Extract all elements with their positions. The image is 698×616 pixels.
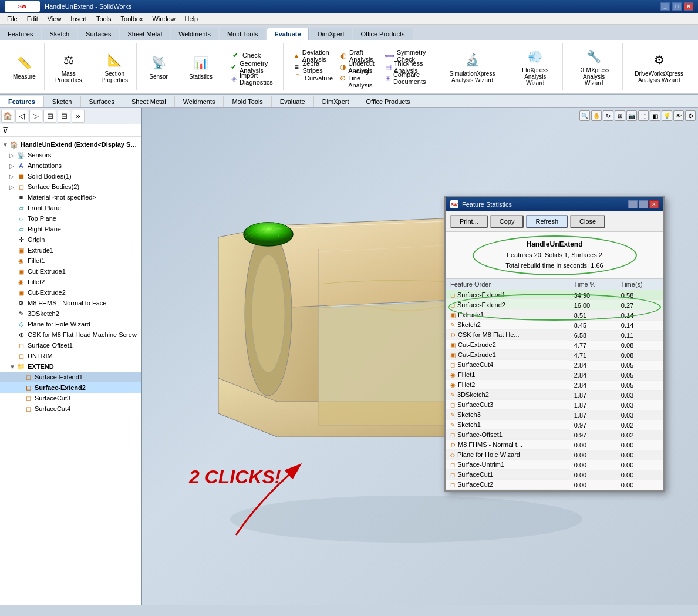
dfmxpress-button[interactable]: 🔧 DFMXpress Analysis Wizard (570, 46, 618, 87)
tab-sheet-metal[interactable]: Sheet Metal (120, 28, 170, 40)
tree-item-m8fhms[interactable]: ⚙ M8 FHMS - Normal to Face (0, 298, 141, 308)
table-row[interactable]: ◻Surface-Extend216.000.27 (446, 300, 663, 310)
mass-properties-button[interactable]: ⚖ MassProperties (52, 49, 86, 85)
tree-item-plane-hole[interactable]: ◇ Plane for Hole Wizard (0, 319, 141, 329)
section-properties-button[interactable]: 📐 SectionProperties (97, 49, 131, 85)
floxpress-button[interactable]: 💨 FloXpress Analysis Wizard (512, 46, 558, 87)
vp-rotate-icon[interactable]: ↻ (603, 110, 613, 121)
sensor-button[interactable]: 📡 Sensor (144, 52, 173, 81)
tree-item-cut-extrude1[interactable]: ▣ Cut-Extrude1 (0, 266, 141, 277)
tab-dimxpert[interactable]: DimXpert (310, 28, 352, 40)
main-tab-dimxpert[interactable]: DimXpert (314, 96, 358, 107)
table-row[interactable]: ◻SurfaceCut20.000.00 (446, 480, 663, 490)
table-row[interactable]: ✎3DSketch21.870.03 (446, 390, 663, 400)
table-row[interactable]: ▣Cut-Extrude24.770.08 (446, 340, 663, 350)
tree-item-solid-bodies[interactable]: ▷ ◼ Solid Bodies(1) (0, 171, 141, 181)
vp-lighting-icon[interactable]: 💡 (662, 110, 672, 121)
table-row[interactable]: ◻SurfaceCut31.870.03 (446, 400, 663, 410)
vp-settings-icon[interactable]: ⚙ (685, 110, 696, 121)
tab-weldments[interactable]: Weldments (171, 28, 218, 40)
menu-help[interactable]: Help (180, 14, 203, 23)
table-row[interactable]: ◻Surface-Untrim10.000.00 (446, 460, 663, 470)
close-button[interactable]: ✕ (684, 2, 693, 11)
tree-item-fillet1[interactable]: ◉ Fillet1 (0, 255, 141, 266)
tab-evaluate[interactable]: Evaluate (267, 28, 308, 40)
tree-item-origin[interactable]: ✛ Origin (0, 234, 141, 245)
table-row[interactable]: ◻Surface-Extend134.900.58 (446, 290, 663, 301)
panel-fwd-button[interactable]: ▷ (29, 110, 42, 123)
tree-item-csk[interactable]: ⊕ CSK for M8 Flat Head Machine Screw (0, 329, 141, 340)
main-tab-surfaces[interactable]: Surfaces (81, 96, 123, 107)
table-row[interactable]: ◉Fillet12.840.05 (446, 370, 663, 380)
titlebar-controls[interactable]: _ □ ✕ (660, 2, 693, 11)
vp-section-icon[interactable]: ⬚ (638, 110, 649, 121)
viewport[interactable]: 2 CLICKS! 🔍 ✋ ↻ ⊞ 📷 ⬚ ◧ 💡 👁 ⚙ (142, 108, 698, 605)
tab-office-products[interactable]: Office Products (353, 28, 413, 40)
menu-tools[interactable]: Tools (92, 14, 116, 23)
main-tab-office[interactable]: Office Products (358, 96, 419, 107)
tab-sketch[interactable]: Sketch (42, 28, 77, 40)
statistics-table-wrapper[interactable]: Feature Order Time % Time(s) ◻Surface-Ex… (446, 278, 663, 490)
menu-window[interactable]: Window (147, 14, 180, 23)
minimize-button[interactable]: _ (660, 2, 670, 11)
tab-features[interactable]: Features (0, 28, 41, 40)
zebra-stripes-button[interactable]: ≡ Zebra Stripes (291, 62, 335, 72)
tree-item-3dsketch2[interactable]: ✎ 3DSketch2 (0, 308, 141, 319)
panel-more-button[interactable]: » (72, 110, 85, 123)
menu-file[interactable]: File (2, 14, 22, 23)
tree-root[interactable]: ▼ 🏠 HandleUnExtend (Extend<Display State (0, 139, 141, 150)
table-row[interactable]: ✎Sketch10.970.02 (446, 420, 663, 430)
check-button[interactable]: ✔ Check (228, 50, 278, 60)
simulation-button[interactable]: 🔬 SimulationXpress Analysis Wizard (444, 49, 501, 85)
panel-back-button[interactable]: ◁ (15, 110, 28, 123)
copy-button[interactable]: Copy (490, 215, 524, 228)
tree-item-annotations[interactable]: ▷ A Annotations (0, 160, 141, 171)
vp-display-icon[interactable]: ◧ (650, 110, 660, 121)
table-row[interactable]: ✎Sketch31.870.03 (446, 410, 663, 420)
dialog-maximize-button[interactable]: □ (639, 200, 648, 208)
maximize-button[interactable]: □ (672, 2, 682, 11)
tree-item-untrim[interactable]: ◻ UNTRIM (0, 351, 141, 361)
table-row[interactable]: ▣Cut-Extrude14.710.08 (446, 350, 663, 360)
tree-item-surfacecut3[interactable]: ◻ SurfaceCut3 (0, 393, 141, 403)
vp-view-icon[interactable]: 📷 (626, 110, 637, 121)
panel-expand-button[interactable]: ⊞ (43, 110, 56, 123)
geometry-analysis-button[interactable]: ✔ Geometry Analysis (228, 62, 278, 72)
tree-item-extrude1[interactable]: ▣ Extrude1 (0, 245, 141, 255)
tree-item-surface-extend1[interactable]: ◻ Surface-Extend1 (0, 372, 141, 382)
tree-item-cut-extrude2[interactable]: ▣ Cut-Extrude2 (0, 287, 141, 298)
tree-item-surface-bodies[interactable]: ▷ ◻ Surface Bodies(2) (0, 181, 141, 192)
table-row[interactable]: ◉Fillet22.840.05 (446, 380, 663, 390)
table-row[interactable]: ✎Sketch28.450.14 (446, 320, 663, 330)
tree-item-surfacecut4[interactable]: ◻ SurfaceCut4 (0, 403, 141, 414)
table-row[interactable]: ◻SurfaceCut42.840.05 (446, 360, 663, 370)
panel-home-button[interactable]: 🏠 (1, 110, 14, 123)
main-tab-sheet-metal[interactable]: Sheet Metal (123, 96, 175, 107)
main-tab-features[interactable]: Features (0, 96, 44, 107)
main-tab-sketch[interactable]: Sketch (44, 96, 81, 107)
dialog-close-button[interactable]: ✕ (649, 200, 659, 208)
main-tab-evaluate[interactable]: Evaluate (272, 96, 314, 107)
tree-item-surface-offset1[interactable]: ◻ Surface-Offset1 (0, 340, 141, 351)
import-diagnostics-button[interactable]: ◈ Import Diagnostics (228, 73, 278, 84)
tree-item-sensors[interactable]: ▷ 📡 Sensors (0, 150, 141, 160)
curvature-button[interactable]: ⌒ Curvature (291, 73, 335, 83)
table-row[interactable]: ◻Surface-Offset10.970.02 (446, 430, 663, 440)
tree-item-front-plane[interactable]: ▱ Front Plane (0, 203, 141, 213)
main-tab-weldments[interactable]: Weldments (175, 96, 224, 107)
compare-docs-button[interactable]: ⊞ Compare Documents (383, 73, 432, 83)
main-tab-mold-tools[interactable]: Mold Tools (224, 96, 271, 107)
tab-surfaces[interactable]: Surfaces (78, 28, 119, 40)
vp-hide-icon[interactable]: 👁 (673, 110, 684, 121)
tree-item-fillet2[interactable]: ◉ Fillet2 (0, 277, 141, 287)
table-row[interactable]: ◻SurfaceCut10.000.00 (446, 470, 663, 480)
measure-button[interactable]: 📏 Measure (9, 52, 39, 81)
menu-toolbox[interactable]: Toolbox (116, 14, 148, 23)
table-row[interactable]: ⚙M8 FHMS - Normal t...0.000.00 (446, 440, 663, 450)
tree-item-surface-extend2[interactable]: ◻ Surface-Extend2 (0, 382, 141, 393)
refresh-button[interactable]: Refresh (526, 215, 568, 228)
close-dialog-button[interactable]: Close (570, 215, 605, 228)
menu-insert[interactable]: Insert (66, 14, 92, 23)
menu-view[interactable]: View (43, 14, 66, 23)
parting-line-button[interactable]: ⊙ Parting Line Analysis (338, 73, 380, 83)
